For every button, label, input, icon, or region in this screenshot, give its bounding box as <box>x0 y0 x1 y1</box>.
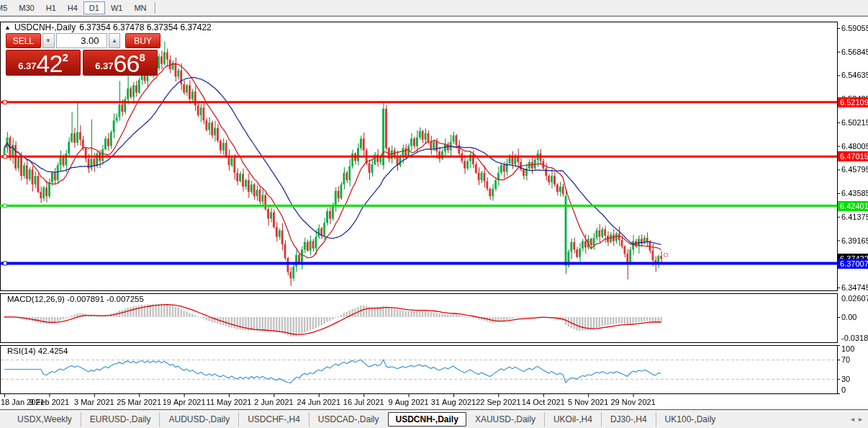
one-click-trade-panel: SELL ▼ ▲ BUY 6.37422 6.37668 <box>6 33 161 76</box>
sell-price-pip: 2 <box>62 51 68 63</box>
chart-canvas[interactable] <box>0 22 868 410</box>
buy-price-pip: 8 <box>139 51 145 63</box>
tab-eurusd[interactable]: EURUSD-,Daily <box>81 412 160 427</box>
symbol-name: USDCNH-,Daily <box>14 22 76 32</box>
price-line-label-0: 6.52109 <box>838 97 868 107</box>
timeframe-button-m5[interactable]: M5 <box>0 1 13 14</box>
toolbar-separator <box>155 2 156 14</box>
rsi-indicator-label: RSI(14) 42.4254 <box>7 347 68 355</box>
chart-window: ▲ USDCNH-,Daily 6.37354 6.37478 6.37354 … <box>0 16 868 409</box>
timeframe-button-h1[interactable]: H1 <box>40 1 62 14</box>
volume-input[interactable] <box>56 33 107 48</box>
tab-usdcnh-active[interactable]: USDCNH-,Daily <box>388 412 466 427</box>
tab-usdx[interactable]: USDX,Weekly <box>9 412 81 427</box>
tab-xauusd[interactable]: XAUUSD-,Daily <box>466 412 544 427</box>
price-line-label-3: 6.37007 <box>838 259 868 269</box>
chart-title: ▲ USDCNH-,Daily 6.37354 6.37478 6.37354 … <box>4 22 212 32</box>
sell-price-prefix: 6.37 <box>18 61 36 71</box>
tab-usdchf[interactable]: USDCHF-,H4 <box>238 412 309 427</box>
timeframe-button-m30[interactable]: M30 <box>13 1 40 14</box>
volume-decrease-button[interactable]: ▼ <box>42 33 55 48</box>
timeframe-button-d1[interactable]: D1 <box>83 1 105 14</box>
tab-dj30[interactable]: DJ30-,H4 <box>601 412 656 427</box>
macd-indicator-label: MACD(12,26,9) -0.007891 -0.007255 <box>7 295 144 303</box>
chart-tabbar: USDX,Weekly EURUSD-,Daily AUDUSD-,Daily … <box>0 409 868 428</box>
scroll-tabs-left-icon[interactable]: ◂ <box>851 415 854 423</box>
ohlc-readout: 6.37354 6.37478 6.37354 6.37422 <box>79 22 212 32</box>
timeframe-button-w1[interactable]: W1 <box>105 1 129 14</box>
tab-uk100[interactable]: UK100-,Daily <box>656 412 725 427</box>
buy-price-main: 66 <box>114 53 140 74</box>
timeframe-button-h4[interactable]: H4 <box>62 1 83 14</box>
price-line-label-1: 6.47015 <box>838 151 868 161</box>
sell-price-box[interactable]: 6.37422 <box>6 50 81 76</box>
buy-button[interactable]: BUY <box>125 33 161 48</box>
tab-usdcad[interactable]: USDCAD-,Daily <box>309 412 388 427</box>
tab-ukoil[interactable]: UKOil-,H4 <box>544 412 601 427</box>
scroll-tabs-right-icon[interactable]: ▸ <box>859 415 862 423</box>
sell-button[interactable]: SELL <box>6 33 41 48</box>
timeframe-button-mn[interactable]: MN <box>128 1 152 14</box>
price-line-label-2: 6.42401 <box>838 201 868 211</box>
collapse-panel-icon[interactable]: ▲ <box>4 24 11 31</box>
sell-price-main: 42 <box>37 53 63 74</box>
buy-price-prefix: 6.37 <box>95 61 113 71</box>
volume-increase-button[interactable]: ▲ <box>109 33 121 48</box>
timeframe-toolbar: M5 M30 H1 H4 D1 W1 MN <box>0 0 868 16</box>
buy-price-box[interactable]: 6.37668 <box>83 50 158 76</box>
tab-audusd[interactable]: AUDUSD-,Daily <box>159 412 238 427</box>
